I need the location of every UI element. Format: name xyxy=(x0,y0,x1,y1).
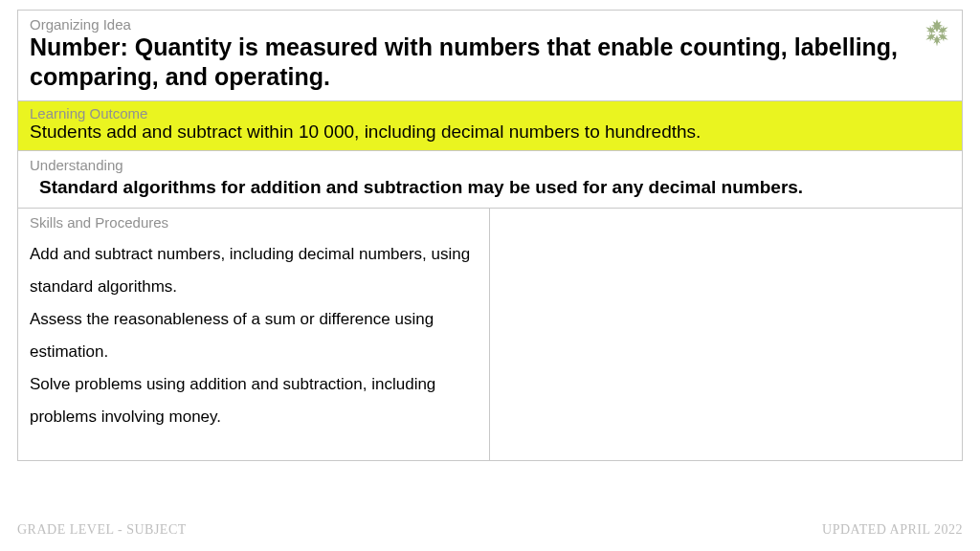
organizing-title: Number: Quantity is measured with number… xyxy=(30,33,950,93)
skills-left-column: Skills and Procedures Add and subtract n… xyxy=(18,209,490,460)
skills-item: Assess the reasonableness of a sum or di… xyxy=(30,303,478,368)
understanding-section: Understanding Standard algorithms for ad… xyxy=(18,151,962,209)
footer-right: UPDATED APRIL 2022 xyxy=(822,522,963,538)
learning-text: Students add and subtract within 10 000,… xyxy=(30,121,950,143)
learning-outcome-section: Learning Outcome Students add and subtra… xyxy=(18,101,962,151)
organizing-label: Organizing Idea xyxy=(30,16,950,33)
understanding-label: Understanding xyxy=(30,157,950,173)
skills-section: Skills and Procedures Add and subtract n… xyxy=(18,209,962,460)
curriculum-card: Organizing Idea Number: Quantity is meas… xyxy=(17,10,963,461)
skills-right-column xyxy=(490,209,962,460)
understanding-text: Standard algorithms for addition and sub… xyxy=(30,177,950,198)
learning-label: Learning Outcome xyxy=(30,105,950,121)
skills-item: Add and subtract numbers, including deci… xyxy=(30,238,478,303)
organizing-idea-section: Organizing Idea Number: Quantity is meas… xyxy=(18,11,962,101)
footer-left: GRADE LEVEL - SUBJECT xyxy=(17,522,187,538)
footer: GRADE LEVEL - SUBJECT UPDATED APRIL 2022 xyxy=(17,522,963,538)
skills-item: Solve problems using addition and subtra… xyxy=(30,368,478,433)
skills-label: Skills and Procedures xyxy=(30,214,478,231)
snowflake-icon xyxy=(920,16,954,51)
